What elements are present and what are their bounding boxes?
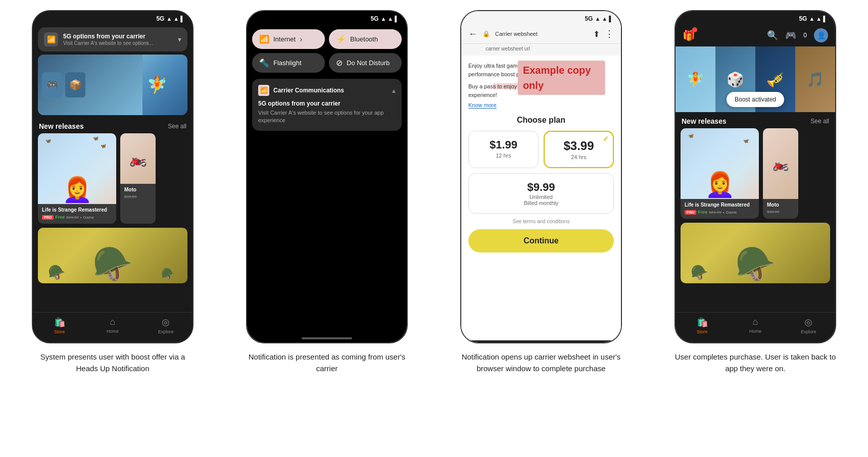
plan3-billed: Billed monthly <box>475 200 607 206</box>
websheet-title: Carrier websheet <box>495 31 588 37</box>
nav-store-1[interactable]: 🛍️ Store <box>33 317 86 334</box>
boost-activated-toast: Boost activated <box>727 92 784 107</box>
quick-toggles: 📶 Internet › ⚡ Bluetooth 🔦 Flashlight <box>252 29 402 73</box>
phone4-column: 5G ▲ ▲ ▌ 🎁 🔍 🎮 0 <box>653 10 858 374</box>
free-label-1: Free <box>55 215 65 220</box>
hero-thumb-1: 🧚 <box>676 46 715 112</box>
nav-home-1[interactable]: ⌂ Home <box>86 317 139 334</box>
game-card-lis-1[interactable]: 🦋 🦋 🦋 👩‍🦰 Life is Strange Remastered PRO… <box>38 133 116 224</box>
home-label-1: Home <box>107 329 119 334</box>
nav-explore-4[interactable]: ◎ Explore <box>782 317 835 334</box>
plan-2-card[interactable]: ✓ $3.99 24 hrs <box>544 131 614 168</box>
explore-label-1: Explore <box>158 329 174 334</box>
signal-icon-2: ▲ <box>380 16 386 22</box>
user-avatar[interactable]: 👤 <box>814 28 828 42</box>
store-label-4: Store <box>697 329 708 334</box>
signal-icon-3: ▲ <box>595 16 600 22</box>
free-label-4: Free <box>698 210 707 215</box>
moto-char: 🏍️ <box>129 150 147 167</box>
bottom-nav-4: 🛍️ Store ⌂ Home ◎ Explore <box>676 312 835 342</box>
wifi-icon-4: ▲ <box>816 16 822 22</box>
chevron-up-icon: ▴ <box>392 86 396 94</box>
game-card-moto-4[interactable]: 🏍️ Moto $39.99 <box>763 128 798 219</box>
explore-icon-1: ◎ <box>162 317 170 328</box>
status-icons-4: ▲ ▲ ▌ <box>809 16 827 22</box>
caption-1: System presents user with boost offer vi… <box>32 351 194 374</box>
know-more-link[interactable]: Know more <box>468 102 497 109</box>
user-count: 0 <box>803 32 807 39</box>
carrier-icon: 📶 <box>258 85 269 96</box>
nav-home-4[interactable]: ⌂ Home <box>729 317 782 334</box>
home-icon-1: ⌂ <box>110 317 116 327</box>
plan3-unlimited: Unlimited <box>475 194 607 200</box>
explore-icon-4: ◎ <box>804 317 812 328</box>
new-releases-header-1: New releases See all <box>33 117 192 133</box>
app-header-4: 🎁 🔍 🎮 0 👤 <box>676 24 835 46</box>
caption-4: User completes purchase. User is taken b… <box>674 351 836 374</box>
internet-toggle[interactable]: 📶 Internet › <box>252 29 325 49</box>
phone1: 5G ▲ ▲ ▌ 📶 5G options from your carrier … <box>32 10 194 343</box>
see-all-link-1[interactable]: See all <box>168 123 186 130</box>
websheet-url-bar: carrier websheet url <box>461 44 621 56</box>
nav-explore-1[interactable]: ◎ Explore <box>139 317 192 334</box>
game-card-moto-1[interactable]: 🏍️ Moto $39.99 <box>120 133 156 224</box>
wifi-icon-2: ▲ <box>388 16 393 22</box>
lis-thumbnail-4: 🦋 🦋 👩‍🦰 <box>681 128 759 199</box>
dnd-toggle[interactable]: ⊘ Do Not Disturb <box>329 53 402 73</box>
moto-meta-1: $39.99 <box>124 194 152 199</box>
status-bar-2: 5G ▲ ▲ ▌ <box>247 11 407 24</box>
carrier-notification[interactable]: 📶 Carrier Communications ▴ 5G options fr… <box>252 79 402 131</box>
carrier-notif-header: 📶 Carrier Communications ▴ <box>258 85 396 96</box>
websheet-desc: Enjoy ultra fast gaming on the go with M… <box>468 62 614 78</box>
big-game-banner-1[interactable]: 🪖 🪖 🪖 <box>38 228 187 283</box>
phone4: 5G ▲ ▲ ▌ 🎁 🔍 🎮 0 <box>674 10 836 343</box>
store-icon-4: 🛍️ <box>697 317 708 328</box>
divider-bottom-3 <box>461 340 621 342</box>
controller-icon[interactable]: 🎮 <box>785 30 796 41</box>
status-icons-1: ▲ ▲ ▌ <box>166 16 184 22</box>
explore-label-4: Explore <box>801 329 816 334</box>
more-button[interactable]: ⋮ <box>605 28 614 39</box>
notif-text-1: 5G options from your carrier Visit Carri… <box>63 33 173 46</box>
category-4: Game <box>726 210 737 215</box>
carrier-notif-title: 5G options from your carrier <box>258 100 396 107</box>
share-button[interactable]: ⬆ <box>593 29 600 39</box>
5g-indicator-1: 5G <box>156 15 164 22</box>
new-releases-title-4: New releases <box>682 117 727 125</box>
heads-up-notification[interactable]: 📶 5G options from your carrier Visit Car… <box>38 27 187 52</box>
caption-3: Notification opens up carrier websheet i… <box>460 351 622 374</box>
websheet-url-text: carrier websheet url <box>486 46 614 52</box>
game-card-lis-4[interactable]: 🦋 🦋 👩‍🦰 Life is Strange Remastered PRO F… <box>681 128 759 219</box>
battery-icon-3: ▌ <box>609 16 613 22</box>
websheet-body: Enjoy ultra fast gaming on the go with M… <box>461 56 621 343</box>
status-bar-4: 5G ▲ ▲ ▌ <box>676 11 835 24</box>
plan-1-card[interactable]: $1.99 12 hrs <box>468 131 539 168</box>
continue-button[interactable]: Continue <box>468 229 614 252</box>
lis-meta-4: PRO Free $24.99 • Game <box>685 210 755 215</box>
terms-link[interactable]: See terms and conditions <box>468 219 614 224</box>
hero-banner-4: 🧚 🎲 🎺 🎵 Boost activated <box>676 46 835 112</box>
dot-1: • <box>80 215 82 220</box>
phone1-column: 5G ▲ ▲ ▌ 📶 5G options from your carrier … <box>10 10 215 374</box>
lis-title-4: Life is Strange Remastered <box>685 202 755 208</box>
hero-thumb-4: 🎵 <box>795 46 835 112</box>
big-game-banner-4[interactable]: 🪖 🪖 <box>681 223 830 283</box>
flashlight-icon: 🔦 <box>259 58 269 68</box>
back-button[interactable]: ← <box>468 29 477 39</box>
lis-meta-1: PRO Free $24.99 • Game <box>42 215 112 220</box>
see-all-link-4[interactable]: See all <box>810 118 829 125</box>
search-icon[interactable]: 🔍 <box>767 30 778 41</box>
websheet-header: ← 🔒 Carrier websheet ⬆ ⋮ <box>461 24 621 44</box>
bluetooth-toggle[interactable]: ⚡ Bluetooth <box>329 29 402 49</box>
flashlight-toggle[interactable]: 🔦 Flashlight <box>252 53 325 73</box>
battery-icon-2: ▌ <box>395 16 399 22</box>
5g-indicator-4: 5G <box>799 15 807 22</box>
chevron-right-icon: › <box>300 35 302 44</box>
status-icons-3: ▲ ▲ ▌ <box>595 16 613 22</box>
bluetooth-icon: ⚡ <box>336 34 346 44</box>
phone3-column: 5G ▲ ▲ ▌ ← 🔒 Carrier websheet ⬆ ⋮ c <box>439 10 644 374</box>
plan-3-card[interactable]: $9.99 Unlimited Billed monthly <box>468 173 614 214</box>
original-price-1: $24.99 <box>66 215 78 220</box>
nav-store-4[interactable]: 🛍️ Store <box>676 317 729 334</box>
dot-4: • <box>723 210 725 215</box>
